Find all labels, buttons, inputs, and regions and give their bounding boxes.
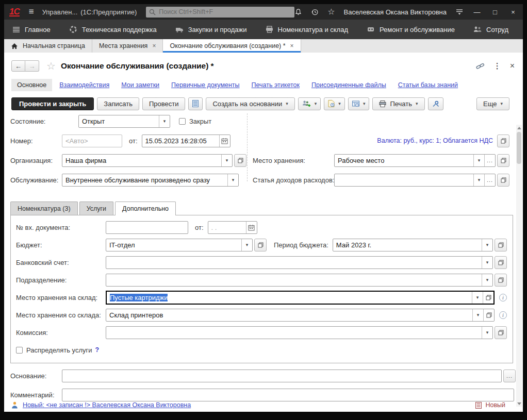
income-expense-open-button[interactable]	[497, 174, 509, 187]
open-button[interactable]	[483, 309, 494, 321]
task-button[interactable]	[348, 97, 370, 110]
more-button[interactable]: Еще	[476, 97, 509, 110]
open-button[interactable]	[483, 292, 493, 304]
notifications-bell-icon[interactable]	[294, 8, 302, 16]
doc-date-input[interactable]: 15.05.2023 16:28:05	[142, 135, 230, 147]
budget-period-select[interactable]: Май 2023 г.	[333, 239, 493, 251]
organization-open-button[interactable]	[234, 154, 246, 167]
reminder-button[interactable]	[324, 97, 345, 110]
storage-from-warehouse-select[interactable]: Склад принтеров	[106, 309, 495, 322]
close-window-button[interactable]: ×	[508, 8, 518, 16]
section-employees[interactable]: Сотруд	[473, 26, 508, 33]
organization-select[interactable]: Наша фирма	[62, 154, 233, 167]
dropdown-icon[interactable]	[482, 274, 492, 286]
more-commands-icon[interactable]: ⋮	[493, 61, 501, 71]
incoming-date-input[interactable]: . .	[208, 221, 257, 234]
service-select[interactable]: Внутреннее обслуживание произведено сраз…	[62, 174, 239, 187]
bank-account-select[interactable]	[106, 256, 493, 269]
history-icon[interactable]	[311, 8, 319, 16]
nav-pervichnye-dokumenty[interactable]: Первичные документы	[171, 81, 239, 89]
tab-okonchanie-obsluzhivaniya[interactable]: Окончание обслуживания (создание) * ×	[163, 39, 301, 53]
calendar-button[interactable]	[219, 135, 230, 147]
currency-open-button[interactable]	[497, 135, 509, 147]
close-tab-icon[interactable]: ×	[290, 42, 294, 49]
dropdown-icon[interactable]	[221, 155, 232, 166]
bank-account-open-button[interactable]	[495, 256, 507, 269]
document-structure-button[interactable]	[188, 97, 203, 110]
section-purchases-sales[interactable]: Закупки и продажи	[175, 26, 247, 33]
closed-checkbox[interactable]	[179, 118, 186, 125]
main-menu-icon[interactable]: ≡	[29, 7, 34, 17]
nav-pechat-etiketok[interactable]: Печать этикеток	[252, 81, 300, 89]
print-button[interactable]: Печать	[372, 97, 424, 110]
distribute-services-checkbox[interactable]	[16, 347, 23, 354]
section-repair-service[interactable]: Ремонт и обслуживание	[367, 26, 455, 33]
create-based-on-button[interactable]: Создать на основании	[206, 97, 294, 110]
global-search-input[interactable]: Поиск Ctrl+Shift+F	[146, 7, 294, 18]
close-tab-icon[interactable]: ×	[152, 42, 156, 49]
minimize-button[interactable]: —	[472, 8, 482, 16]
maximize-button[interactable]: □	[490, 8, 500, 16]
tab-mesta-khraneniya[interactable]: Места хранения ×	[92, 39, 163, 53]
dropdown-icon[interactable]	[227, 174, 238, 186]
budget-open-button[interactable]	[254, 239, 267, 251]
commission-select[interactable]	[106, 326, 493, 339]
forward-button[interactable]: →	[25, 60, 39, 72]
back-button[interactable]: ←	[11, 60, 25, 72]
dropdown-icon[interactable]	[472, 309, 483, 321]
tab-home[interactable]: Начальная страница	[4, 39, 92, 53]
dropdown-icon[interactable]	[482, 327, 492, 339]
favorites-star-icon[interactable]: ☆	[327, 8, 335, 16]
scroll-up-icon[interactable]	[516, 125, 522, 131]
service-menu-icon[interactable]	[455, 8, 464, 15]
division-select[interactable]	[106, 274, 493, 287]
dropdown-icon[interactable]	[473, 155, 484, 166]
section-glavnoe[interactable]: Главное	[12, 26, 51, 33]
incoming-number-input[interactable]	[106, 221, 188, 234]
scroll-down-icon[interactable]	[516, 400, 522, 407]
add-counterparty-button[interactable]	[298, 97, 321, 110]
dropdown-icon[interactable]	[472, 292, 483, 304]
budget-select[interactable]: IT-отдел	[106, 239, 253, 251]
write-button[interactable]: Записать	[97, 97, 139, 110]
dropdown-icon[interactable]	[473, 174, 484, 186]
dropdown-icon[interactable]	[482, 239, 492, 251]
nav-osnovnoe[interactable]: Основное	[11, 79, 52, 91]
vertical-scrollbar[interactable]	[516, 125, 522, 407]
section-tech-support[interactable]: Техническая поддержка	[69, 25, 157, 33]
choose-list-button[interactable]: ...	[484, 174, 495, 186]
settings-tools-button[interactable]	[428, 97, 443, 110]
nav-stati-bazy-znaniy[interactable]: Статьи базы знаний	[398, 81, 458, 89]
nav-prisoedinennye-fayly[interactable]: Присоединенные файлы	[311, 81, 386, 89]
dropdown-icon[interactable]	[241, 239, 252, 251]
record-status-link[interactable]: Новый: <не записан !> Васелевская Оксана…	[23, 401, 191, 409]
state-select[interactable]: Открыт	[78, 115, 170, 128]
info-icon[interactable]: i	[499, 311, 507, 319]
comment-input[interactable]	[62, 389, 514, 401]
budget-period-open-button[interactable]	[495, 239, 507, 251]
commission-open-button[interactable]	[495, 326, 507, 339]
scrollbar-thumb[interactable]	[517, 132, 521, 164]
tab-dopolnitelno[interactable]: Дополнительно	[115, 201, 176, 215]
storage-open-button[interactable]	[497, 154, 509, 167]
nav-vzaimodeystviya[interactable]: Взаимодействия	[59, 81, 109, 89]
post-button[interactable]: Провести	[142, 97, 186, 110]
division-open-button[interactable]	[495, 274, 507, 287]
tab-nomenklatura[interactable]: Номенклатура (3)	[10, 201, 78, 215]
dropdown-icon[interactable]	[482, 257, 492, 268]
tab-uslugi[interactable]: Услуги	[79, 201, 113, 215]
section-nomenclature-warehouse[interactable]: Номенклатура и склад	[266, 26, 348, 33]
info-icon[interactable]: i	[499, 294, 507, 301]
basis-input[interactable]	[62, 369, 502, 382]
dropdown-icon[interactable]	[159, 115, 170, 127]
current-user-name[interactable]: Васелевская Оксана Викторовна	[344, 8, 447, 16]
help-question-link[interactable]: ?	[95, 346, 99, 354]
calendar-button[interactable]	[246, 222, 257, 233]
number-input[interactable]: <Авто>	[62, 135, 122, 147]
basis-select-button[interactable]: ...	[503, 369, 516, 382]
add-favorite-star-icon[interactable]: ☆	[46, 60, 56, 72]
close-form-icon[interactable]: ×	[510, 61, 515, 71]
choose-list-button[interactable]: ...	[484, 155, 495, 166]
currency-settings-link[interactable]: Валюта: руб., курс: 1; Облагается НДС	[377, 137, 493, 144]
post-and-close-button[interactable]: Провести и закрыть	[11, 97, 94, 110]
